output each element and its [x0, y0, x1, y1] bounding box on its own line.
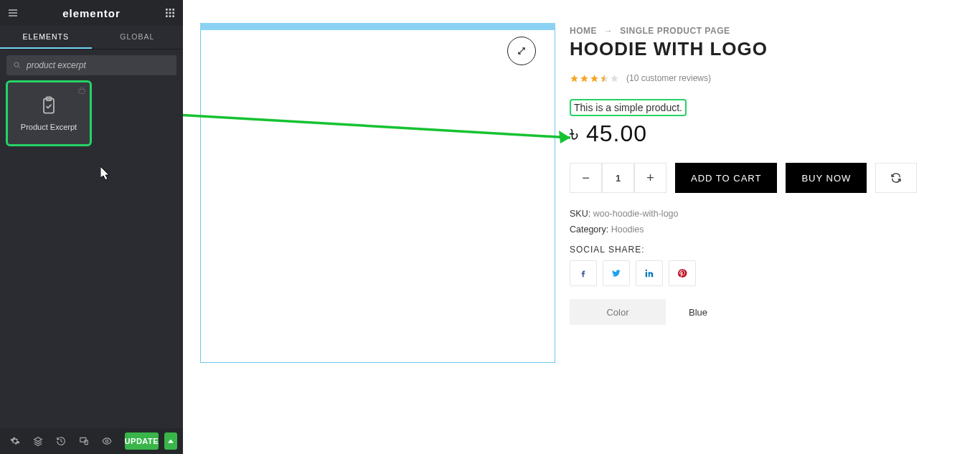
share-facebook[interactable]: [570, 260, 597, 286]
svg-point-12: [14, 62, 19, 67]
section-drag-handle[interactable]: [200, 23, 555, 30]
svg-rect-4: [169, 9, 171, 11]
share-twitter[interactable]: [603, 260, 630, 286]
svg-point-29: [646, 270, 647, 271]
star-icon: [580, 74, 589, 83]
reviews-link[interactable]: (10 customer reviews): [626, 73, 711, 83]
clipboard-icon: [39, 95, 59, 115]
settings-icon[interactable]: [6, 432, 24, 450]
chevron-right-icon: →: [604, 26, 613, 36]
linkedin-icon: [644, 268, 654, 278]
svg-marker-22: [570, 75, 578, 82]
svg-rect-28: [646, 272, 647, 277]
svg-rect-8: [172, 12, 174, 14]
update-dropdown-button[interactable]: [164, 432, 177, 450]
svg-rect-5: [172, 9, 174, 11]
star-rating: [570, 74, 619, 83]
star-icon: [590, 74, 599, 83]
product-image-section[interactable]: [200, 23, 555, 363]
svg-rect-9: [166, 15, 168, 17]
quantity-stepper: − 1 +: [570, 163, 666, 193]
product-excerpt: This is a simple product.: [570, 99, 687, 116]
pinterest-icon: [677, 268, 687, 278]
responsive-icon[interactable]: [75, 432, 93, 450]
twitter-icon: [611, 268, 621, 278]
apps-grid-icon[interactable]: [164, 7, 176, 19]
breadcrumb: HOME → SINGLE PRODUCT PAGE: [570, 26, 963, 36]
svg-line-21: [519, 48, 524, 54]
attribute-row-color: Color Blue: [570, 299, 963, 325]
product-price: ৳ 45.00: [570, 120, 963, 147]
search-icon: [13, 61, 22, 70]
svg-rect-1: [9, 12, 17, 13]
svg-marker-24: [590, 75, 598, 82]
facebook-icon: [578, 268, 588, 278]
widget-product-excerpt[interactable]: Product Excerpt: [6, 81, 91, 146]
svg-rect-10: [169, 15, 171, 17]
svg-rect-0: [9, 9, 17, 10]
svg-rect-7: [169, 12, 171, 14]
svg-rect-6: [166, 12, 168, 14]
compare-button[interactable]: [875, 163, 917, 193]
breadcrumb-home[interactable]: HOME: [570, 26, 597, 36]
breadcrumb-current: SINGLE PRODUCT PAGE: [620, 26, 730, 36]
buy-now-button[interactable]: BUY NOW: [786, 163, 867, 193]
social-share-label: SOCIAL SHARE:: [570, 245, 963, 255]
update-button[interactable]: UPDATE: [125, 432, 159, 450]
svg-marker-26: [600, 75, 604, 82]
refresh-icon: [890, 172, 902, 184]
attribute-value: Blue: [666, 299, 963, 325]
star-empty-icon: [610, 74, 619, 83]
product-title: HOODIE WITH LOGO: [570, 38, 963, 60]
widget-label: Product Excerpt: [21, 123, 77, 131]
sku-meta: SKU: woo-hoodie-with-logo: [570, 209, 963, 219]
qty-increase-button[interactable]: +: [634, 163, 666, 193]
star-icon: [570, 74, 579, 83]
share-linkedin[interactable]: [636, 260, 663, 286]
category-meta: Category: Hoodies: [570, 224, 963, 235]
shopping-basket-icon: [77, 85, 87, 95]
tab-elements[interactable]: ELEMENTS: [0, 26, 92, 49]
svg-marker-19: [168, 440, 174, 443]
svg-line-13: [19, 67, 21, 69]
svg-marker-27: [611, 75, 618, 82]
svg-rect-3: [166, 9, 168, 11]
expand-icon: [517, 46, 527, 56]
star-half-icon: [600, 74, 609, 83]
svg-rect-11: [172, 15, 174, 17]
svg-rect-2: [9, 15, 17, 16]
svg-point-18: [105, 440, 108, 443]
add-to-cart-button[interactable]: ADD TO CART: [675, 163, 777, 193]
hamburger-menu-icon[interactable]: [7, 7, 19, 19]
svg-marker-23: [580, 75, 588, 82]
qty-decrease-button[interactable]: −: [570, 163, 602, 193]
qty-value: 1: [602, 163, 634, 193]
attribute-label: Color: [570, 299, 666, 325]
zoom-button[interactable]: [507, 37, 536, 65]
navigator-icon[interactable]: [29, 432, 47, 450]
share-pinterest[interactable]: [669, 260, 696, 286]
logo: elementor: [19, 7, 164, 19]
history-icon[interactable]: [52, 432, 70, 450]
preview-icon[interactable]: [98, 432, 116, 450]
tab-global[interactable]: GLOBAL: [92, 26, 184, 49]
widget-search-input[interactable]: [6, 55, 176, 75]
